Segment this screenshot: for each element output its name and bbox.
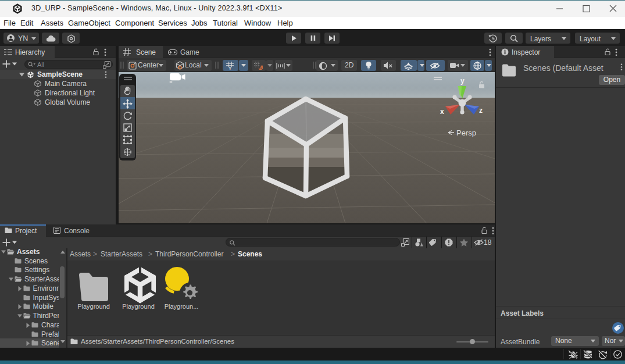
svg-text:Y: Y <box>228 66 232 70</box>
svg-text:y: y <box>460 77 465 85</box>
svg-text:Persp: Persp <box>456 129 476 137</box>
svg-text:z: z <box>479 106 483 115</box>
svg-text:x: x <box>440 108 444 116</box>
